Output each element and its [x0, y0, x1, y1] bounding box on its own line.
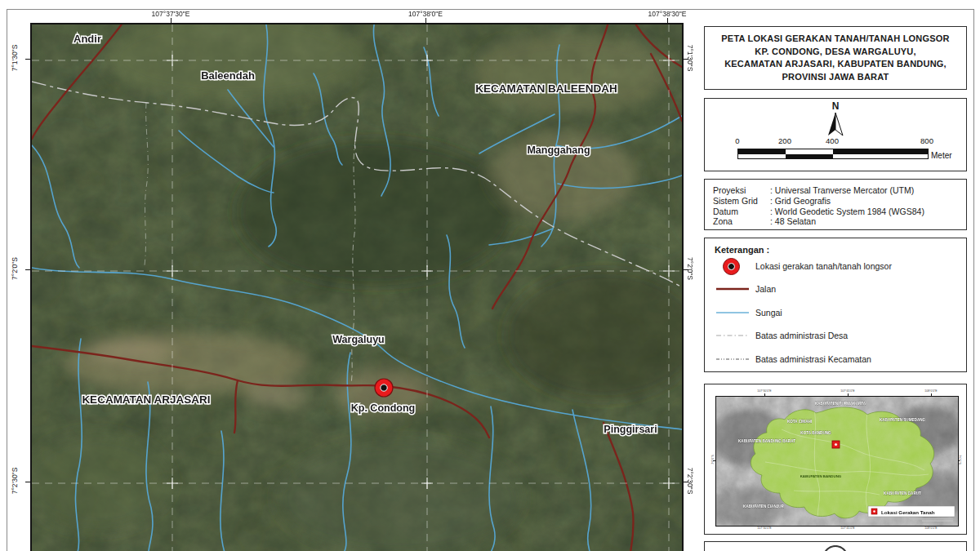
projection-box: Proyeksi : Universal Tranverse Mercator …: [704, 179, 967, 230]
inset-coord-bottom-3: 108°0'0"E: [924, 527, 937, 530]
inset-coord-top-2: 107°45'0"E: [840, 389, 854, 393]
inset-label: KABUPATEN SUMEDANG: [880, 418, 926, 422]
inset-label: KOTA BANDUNG: [800, 431, 831, 435]
inset-map-svg: KABUPATEN BANDUNG BARAT KOTA CIMAHI KOTA…: [716, 397, 958, 526]
landslide-marker: [375, 379, 393, 397]
projection-label: Sistem Grid: [713, 196, 770, 207]
projection-label: Zona: [713, 216, 770, 227]
agency-box: [704, 541, 967, 551]
coord-left-2: 7°2'0"S: [11, 254, 19, 283]
projection-value: : World Geodetic System 1984 (WGS84): [770, 207, 924, 217]
inset-label: KABUPATEN PURWAKARTA: [815, 402, 866, 406]
inset-label: KABUPATEN BANDUNG: [800, 474, 842, 478]
projection-label: Proyeksi: [713, 185, 770, 196]
map-canvas: Andir Baleendah KECAMATAN BALEENDAH Mang…: [30, 23, 684, 551]
coord-top-3: 107°38'30"E: [648, 10, 687, 18]
legend-box: Keterangan : Lokasi gerakan tanah/tanah …: [704, 238, 967, 372]
label-manggahang: Manggahang: [527, 144, 590, 156]
legend-river-icon: [716, 310, 749, 315]
map-title-line-3: KECAMATAN ARJASARI, KABUPATEN BANDUNG,: [705, 58, 966, 71]
label-andir: Andir: [74, 33, 101, 45]
scalebar-bottom-row: [738, 154, 928, 159]
coord-right-3: 7°2'30"S: [686, 466, 694, 495]
inset-label: KABUPATEN CIANJUR: [743, 504, 785, 509]
title-box: PETA LOKASI GERAKAN TANAH/TANAH LONGSOR …: [704, 26, 967, 90]
tick-left-1: [25, 59, 30, 60]
label-wargaluyu: Wargaluyu: [332, 334, 384, 345]
legend-item-label: Sungai: [755, 308, 782, 318]
inset-marker: [832, 441, 840, 448]
projection-label: Datum: [713, 207, 770, 217]
north-arrow-icon: [825, 111, 846, 137]
coord-left-1: 7°1'30"S: [11, 43, 19, 73]
coord-right-2: 7°2'0"S: [686, 254, 694, 283]
projection-row: Zona : 48 Selatan: [713, 216, 958, 227]
inset-label: KOTA CIMAHI: [787, 420, 812, 424]
projection-row: Datum : World Geodetic System 1984 (WGS8…: [713, 207, 958, 217]
legend-road-icon: [716, 287, 749, 291]
legend-item-label: Lokasi gerakan tanah/tanah longsor: [755, 261, 892, 271]
legend-village-boundary-icon: [716, 333, 749, 338]
map-svg: Andir Baleendah KECAMATAN BALEENDAH Mang…: [32, 24, 682, 551]
agency-emblem-icon: [819, 545, 852, 551]
map-title-line-4: PROVINSI JAWA BARAT: [705, 71, 966, 84]
map-title-line-1: PETA LOKASI GERAKAN TANAH/TANAH LONGSOR: [705, 33, 966, 46]
legend-item-label: Batas administrasi Kecamatan: [755, 354, 871, 364]
north-scale-box: N 0 200 400 800 Meter: [704, 98, 967, 171]
inset-coord-bottom-1: 107°30'0"E: [757, 527, 771, 530]
tick-top-3: [667, 18, 668, 23]
coord-right-1: 7°1'30"S: [686, 43, 694, 73]
map-sheet-page: { "sheet": { "title_lines": [ "PETA LOKA…: [0, 0, 980, 551]
inset-coord-left: 7°0'0"S: [711, 455, 715, 464]
label-kp-condong: Kp. Condong: [351, 402, 415, 414]
scalebar-tick-800: 800: [920, 136, 933, 145]
legend-district-boundary-icon: [716, 357, 749, 362]
inset-map: KABUPATEN BANDUNG BARAT KOTA CIMAHI KOTA…: [715, 396, 959, 527]
tick-left-3: [25, 482, 30, 482]
projection-value: : Grid Geografis: [770, 196, 831, 207]
label-kecamatan-baleendah: KECAMATAN BALEENDAH: [475, 82, 617, 95]
label-pinggirsari: Pinggirsari: [604, 424, 657, 435]
inset-box: 107°30'0"E 107°45'0"E 108°0'0"E 7°0'0"S …: [704, 384, 967, 535]
tick-left-2: [25, 269, 30, 270]
map-title-line-2: KP. CONDONG, DESA WARGALUYU,: [705, 46, 966, 59]
coord-top-1: 107°37'30"E: [152, 10, 190, 18]
inset-label: KABUPATEN BANDUNG BARAT: [738, 439, 795, 443]
legend-landslide-point-icon: [723, 258, 740, 275]
projection-value: : 48 Selatan: [770, 216, 816, 227]
tick-top-2: [425, 18, 426, 23]
coord-left-3: 7°2'30"S: [11, 466, 19, 495]
label-kecamatan-arjasari: KECAMATAN ARJASARI: [82, 393, 210, 406]
satellite-base-layer: [32, 24, 682, 551]
inset-coord-bottom-2: 107°45'0"E: [840, 527, 854, 530]
scalebar-tick-400: 400: [826, 136, 839, 145]
legend-item-label: Jalan: [755, 284, 776, 294]
label-baleendah: Baleendah: [201, 69, 255, 82]
legend-title: Keterangan :: [715, 245, 769, 255]
legend-item-label: Batas administrasi Desa: [755, 331, 848, 340]
inset-label: KABUPATEN GARUT: [884, 491, 921, 495]
projection-row: Proyeksi : Universal Tranverse Mercator …: [713, 185, 958, 196]
scalebar-tick-0: 0: [735, 136, 739, 145]
inset-coord-top-3: 108°0'0"E: [924, 389, 937, 393]
projection-row: Sistem Grid : Grid Geografis: [713, 196, 958, 207]
coord-top-2: 107°38'0"E: [408, 10, 443, 18]
scalebar: [737, 149, 929, 159]
tick-top-1: [171, 18, 172, 23]
north-label: N: [705, 100, 966, 112]
scalebar-tick-200: 200: [778, 136, 791, 145]
inset-legend-label: Lokasi Gerakan Tanah: [881, 509, 935, 515]
scalebar-unit: Meter: [931, 151, 952, 160]
inset-coord-top-1: 107°30'0"E: [757, 389, 771, 393]
projection-value: : Universal Tranverse Mercator (UTM): [770, 185, 914, 196]
